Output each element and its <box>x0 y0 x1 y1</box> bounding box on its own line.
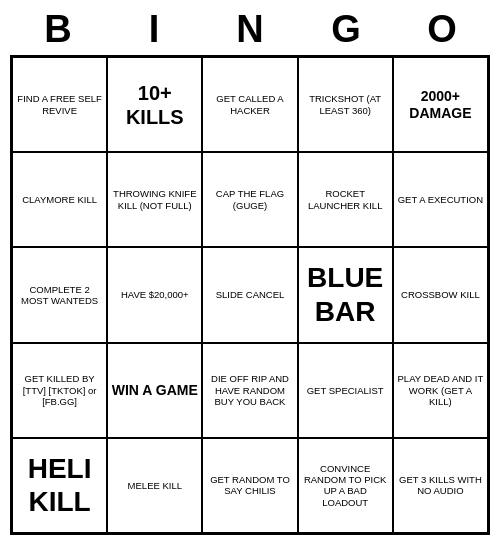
bingo-cell-7[interactable]: CAP THE FLAG (GUGE) <box>202 152 297 247</box>
bingo-cell-1[interactable]: 10+ KILLS <box>107 57 202 152</box>
bingo-cell-17[interactable]: DIE OFF RIP AND HAVE RANDOM BUY YOU BACK <box>202 343 297 438</box>
bingo-cell-9[interactable]: GET A EXECUTION <box>393 152 488 247</box>
bingo-cell-2[interactable]: GET CALLED A HACKER <box>202 57 297 152</box>
bingo-cell-0[interactable]: FIND A FREE SELF REVIVE <box>12 57 107 152</box>
bingo-cell-5[interactable]: CLAYMORE KILL <box>12 152 107 247</box>
letter-o: O <box>398 8 486 51</box>
bingo-cell-11[interactable]: HAVE $20,000+ <box>107 247 202 342</box>
bingo-cell-20[interactable]: HELI KILL <box>12 438 107 533</box>
bingo-cell-24[interactable]: GET 3 KILLS WITH NO AUDIO <box>393 438 488 533</box>
bingo-cell-22[interactable]: GET RANDOM TO SAY CHILIS <box>202 438 297 533</box>
bingo-cell-19[interactable]: PLAY DEAD AND IT WORK (GET A KILL) <box>393 343 488 438</box>
bingo-cell-14[interactable]: CROSSBOW KILL <box>393 247 488 342</box>
bingo-cell-8[interactable]: ROCKET LAUNCHER KILL <box>298 152 393 247</box>
bingo-cell-3[interactable]: TRICKSHOT (AT LEAST 360) <box>298 57 393 152</box>
bingo-cell-12[interactable]: SLIDE CANCEL <box>202 247 297 342</box>
bingo-cell-18[interactable]: GET SPECIALIST <box>298 343 393 438</box>
letter-g: G <box>302 8 390 51</box>
bingo-cell-13[interactable]: BLUE BAR <box>298 247 393 342</box>
letter-n: N <box>206 8 294 51</box>
letter-i: I <box>110 8 198 51</box>
bingo-cell-6[interactable]: THROWING KNIFE KILL (NOT FULL) <box>107 152 202 247</box>
bingo-cell-21[interactable]: MELEE KILL <box>107 438 202 533</box>
bingo-grid: FIND A FREE SELF REVIVE10+ KILLSGET CALL… <box>10 55 490 535</box>
bingo-cell-23[interactable]: CONVINCE RANDOM TO PICK UP A BAD LOADOUT <box>298 438 393 533</box>
bingo-header: B I N G O <box>10 0 490 55</box>
bingo-cell-15[interactable]: GET KILLED BY [TTV] [TKTOK] or [FB.GG] <box>12 343 107 438</box>
bingo-cell-4[interactable]: 2000+ DAMAGE <box>393 57 488 152</box>
letter-b: B <box>14 8 102 51</box>
bingo-cell-10[interactable]: COMPLETE 2 MOST WANTEDS <box>12 247 107 342</box>
bingo-cell-16[interactable]: WIN A GAME <box>107 343 202 438</box>
